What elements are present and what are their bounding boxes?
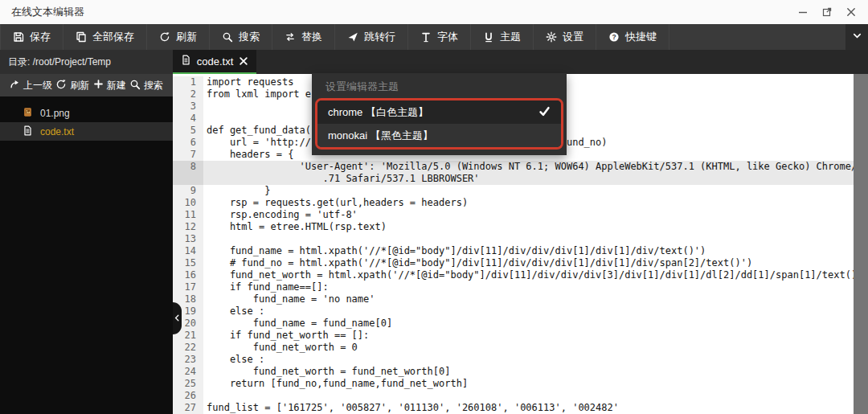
toolbar-button-goto-line[interactable]: 跳转行 — [335, 24, 408, 50]
line-number: 1 — [173, 76, 203, 88]
line-text: fund_name = html.xpath('//*[@id="body"]/… — [203, 245, 868, 257]
line-text: else : — [203, 305, 868, 318]
line-number: 13 — [173, 233, 203, 245]
close-icon[interactable] — [845, 6, 857, 18]
search-icon — [222, 31, 233, 43]
line-number: 7 — [173, 149, 203, 161]
toolbar-button-label: 刷新 — [176, 30, 197, 44]
code-line[interactable]: 18 fund_name = 'no name' — [173, 293, 868, 305]
sidebar-action-search[interactable]: 搜索 — [129, 79, 163, 92]
line-text: fund_list = ['161725', '005827', '011130… — [203, 402, 868, 414]
code-line[interactable]: 24 fund_net_worth = fund_net_worth[0] — [173, 366, 868, 378]
toolbar-button-label: 设置 — [563, 30, 583, 44]
toolbar-button-label: 主题 — [500, 30, 521, 44]
toolbar-button-search[interactable]: 搜索 — [210, 24, 272, 50]
tab-label: code.txt — [197, 55, 234, 68]
file-name: code.txt — [40, 126, 74, 137]
toolbar-button-settings[interactable]: 设置 — [534, 24, 596, 50]
file-row-01-png[interactable]: 01.png — [0, 104, 173, 122]
line-number: 10 — [173, 197, 203, 209]
path-tab-row: 目录: /root/Project/Temp code.txt — [0, 50, 868, 74]
maximize-icon[interactable] — [821, 6, 833, 18]
window-controls — [797, 6, 857, 18]
code-line[interactable]: 8 'User-Agent': 'Mozilla/5.0 (Windows NT… — [173, 161, 868, 173]
code-line[interactable]: 21 if fund_net_worth == []: — [173, 330, 868, 342]
toolbar-button-label: 跳转行 — [364, 30, 395, 44]
code-line[interactable]: 14 fund_name = html.xpath('//*[@id="body… — [173, 245, 868, 257]
code-line[interactable]: 22 fund_net_worth = 0 — [173, 342, 868, 354]
theme-popup-title: 设置编辑器主题 — [312, 73, 567, 98]
sidebar-actions: 上一级 刷新 新建 搜索 — [0, 74, 173, 96]
line-text: fund_net_worth = 0 — [203, 342, 868, 354]
toolbar-collapse-button[interactable] — [845, 24, 868, 50]
line-number: 14 — [173, 245, 203, 257]
toolbar-button-theme[interactable]: 主题 — [471, 24, 534, 50]
replace-icon — [285, 31, 296, 43]
line-number: 23 — [173, 354, 203, 366]
toolbar-button-save-all[interactable]: 全部保存 — [63, 24, 147, 50]
vertical-scrollbar[interactable] — [854, 74, 868, 414]
code-line[interactable]: 17 if fund_name==[]: — [173, 281, 868, 293]
theme-option-chrome[interactable]: chrome 【白色主题】 — [317, 100, 561, 124]
code-line[interactable]: 13 — [173, 233, 868, 245]
toolbar-button-label: 搜索 — [239, 30, 260, 44]
jump-icon — [347, 31, 358, 43]
file-row-code-txt[interactable]: code.txt — [0, 122, 173, 141]
tab-close-icon[interactable] — [239, 56, 248, 66]
code-line[interactable]: 10 rsp = requests.get(url,headers = head… — [173, 197, 868, 209]
toolbar-button-replace[interactable]: 替换 — [272, 24, 335, 50]
chevron-down-icon — [852, 30, 862, 44]
line-text: fund_name = fund_name[0] — [203, 318, 868, 330]
code-line[interactable]: .71 Safari/537.1 LBBROWSER' — [173, 173, 868, 185]
line-number: 5 — [173, 125, 203, 137]
line-text: if fund_net_worth == []: — [203, 330, 868, 342]
line-text: if fund_name==[]: — [203, 281, 868, 293]
tab-code-txt[interactable]: code.txt — [173, 50, 256, 74]
sidebar-action-new[interactable]: 新建 — [93, 79, 126, 92]
code-line[interactable]: 27 fund_list = ['161725', '005827', '011… — [173, 402, 868, 414]
toolbar-button-font[interactable]: 字体 — [408, 24, 471, 50]
line-text: rsp.encoding = 'utf-8' — [203, 209, 868, 221]
line-text: } — [203, 185, 868, 197]
line-number: 12 — [173, 221, 203, 233]
minimize-icon[interactable] — [797, 6, 809, 18]
toolbar-button-label: 快捷键 — [625, 30, 657, 44]
code-line[interactable]: 26 — [173, 390, 868, 402]
toolbar-button-shortcuts[interactable]: ? 快捷键 — [596, 24, 669, 50]
toolbar-button-save[interactable]: 保存 — [0, 24, 63, 50]
line-text: rsp = requests.get(url,headers = headers… — [203, 197, 868, 209]
theme-options-annotation-box: chrome 【白色主题】 monokai 【黑色主题】 — [315, 98, 563, 150]
line-number: 24 — [173, 366, 203, 378]
svg-text:?: ? — [612, 33, 616, 41]
image-file-icon — [23, 107, 33, 120]
code-line[interactable]: 9 } — [173, 185, 868, 197]
line-number: 8 — [173, 161, 203, 173]
code-line[interactable]: 12 html = etree.HTML(rsp.text) — [173, 221, 868, 233]
line-text: fund_net_worth = html.xpath('//*[@id="bo… — [203, 269, 868, 281]
sidebar-action-refresh[interactable]: 刷新 — [55, 79, 89, 92]
line-text: return [fund_no,fund_name,fund_net_worth… — [203, 378, 868, 390]
sidebar-collapse-handle[interactable] — [173, 302, 182, 334]
code-line[interactable]: 23 else : — [173, 354, 868, 366]
sidebar-action-label: 上一级 — [23, 79, 52, 92]
plus-icon — [93, 79, 104, 92]
toolbar: 保存 全部保存 刷新 搜索 替换 跳转行 字体 主题 — [0, 24, 868, 50]
toolbar-button-label: 字体 — [437, 30, 458, 44]
code-line[interactable]: 19 else : — [173, 305, 868, 318]
code-line[interactable]: 11 rsp.encoding = 'utf-8' — [173, 209, 868, 221]
sidebar-action-label: 搜索 — [144, 79, 163, 92]
line-text: else : — [203, 354, 868, 366]
code-line[interactable]: 16 fund_net_worth = html.xpath('//*[@id=… — [173, 269, 868, 281]
line-number: 9 — [173, 185, 203, 197]
sidebar-action-up-level[interactable]: 上一级 — [10, 79, 52, 92]
line-text: # fund_no = html.xpath('//*[@id="body"]/… — [203, 257, 868, 269]
theme-option-monokai[interactable]: monokai 【黑色主题】 — [317, 124, 561, 147]
code-line[interactable]: 25 return [fund_no,fund_name,fund_net_wo… — [173, 378, 868, 390]
line-number: 2 — [173, 88, 203, 100]
refresh-icon — [55, 79, 67, 92]
toolbar-button-label: 保存 — [30, 30, 51, 44]
code-line[interactable]: 20 fund_name = fund_name[0] — [173, 318, 868, 330]
toolbar-button-refresh[interactable]: 刷新 — [147, 24, 210, 50]
code-line[interactable]: 15 # fund_no = html.xpath('//*[@id="body… — [173, 257, 868, 269]
line-number: 4 — [173, 113, 203, 125]
